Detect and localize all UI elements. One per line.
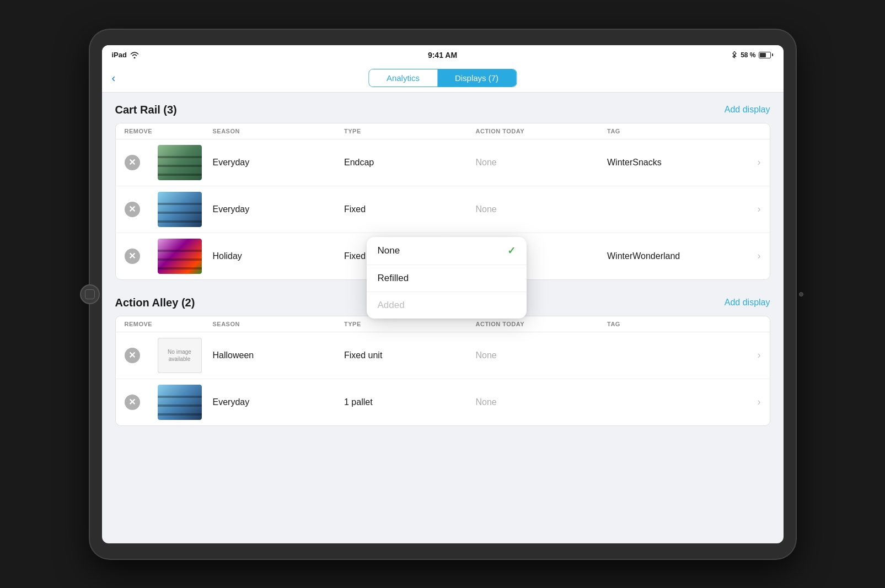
- cell-season-1: Everyday: [213, 158, 345, 168]
- col-chevron: [739, 128, 761, 134]
- remove-button-5[interactable]: ✕: [125, 395, 140, 410]
- cell-type-1: Endcap: [344, 158, 476, 168]
- chevron-icon-2: ›: [739, 203, 761, 215]
- dropdown-label-none: None: [378, 245, 400, 256]
- camera-sensor: [799, 292, 803, 296]
- col-action-2: ACTION TODAY: [476, 321, 608, 327]
- section-header-cart-rail: Cart Rail (3) Add display: [115, 104, 770, 116]
- remove-button-2[interactable]: ✕: [125, 202, 140, 217]
- cell-tag-3: WinterWonderland: [607, 251, 739, 261]
- row-image-1: [158, 145, 202, 180]
- bluetooth-icon: [732, 51, 737, 59]
- col-type: TYPE: [344, 128, 476, 134]
- dropdown-item-added: Added: [367, 292, 527, 319]
- chevron-icon-3: ›: [739, 250, 761, 262]
- dropdown-label-added: Added: [378, 300, 405, 311]
- col-remove: REMOVE: [125, 128, 158, 134]
- col-image: [158, 128, 213, 134]
- cell-type-2: Fixed: [344, 204, 476, 214]
- cell-season-2: Everyday: [213, 204, 345, 214]
- no-image-placeholder: No image available: [158, 338, 202, 373]
- table-header-cart-rail: REMOVE SEASON TYPE ACTION TODAY TAG: [116, 123, 770, 139]
- col-action: ACTION TODAY: [476, 128, 608, 134]
- row-image-2: [158, 192, 202, 227]
- cell-action-1[interactable]: None: [476, 158, 608, 168]
- tab-group: Analytics Displays (7): [368, 69, 517, 87]
- row-image-4: No image available: [158, 338, 202, 373]
- nav-bar: ‹ Analytics Displays (7): [102, 65, 784, 93]
- home-button[interactable]: [80, 284, 100, 304]
- col-season-2: SEASON: [213, 321, 345, 327]
- col-season: SEASON: [213, 128, 345, 134]
- section-title-action-alley: Action Alley (2): [115, 296, 195, 309]
- dropdown-label-refilled: Refilled: [378, 273, 409, 284]
- chevron-icon-1: ›: [739, 157, 761, 168]
- device-model: iPad: [112, 51, 127, 59]
- row-image-3: [158, 239, 202, 274]
- table-row[interactable]: ✕ No image available Halloween Fixed uni…: [116, 332, 770, 379]
- status-left: iPad: [112, 51, 178, 59]
- battery-percent: 58 %: [741, 51, 755, 59]
- content-area: Cart Rail (3) Add display REMOVE SEASON …: [102, 93, 784, 543]
- ipad-frame: iPad 9:41 AM 58 %: [90, 30, 796, 559]
- checkmark-icon: ✓: [507, 245, 516, 257]
- chevron-icon-4: ›: [739, 349, 761, 361]
- remove-button-4[interactable]: ✕: [125, 348, 140, 363]
- back-button[interactable]: ‹: [112, 69, 120, 87]
- status-bar: iPad 9:41 AM 58 %: [102, 45, 784, 65]
- chevron-icon-5: ›: [739, 396, 761, 408]
- dropdown-item-refilled[interactable]: Refilled: [367, 265, 527, 292]
- section-title-cart-rail: Cart Rail (3): [115, 104, 177, 116]
- screen: iPad 9:41 AM 58 %: [102, 45, 784, 543]
- col-type-2: TYPE: [344, 321, 476, 327]
- cell-type-4: Fixed unit: [344, 350, 476, 360]
- col-image-2: [158, 321, 213, 327]
- cell-action-2[interactable]: None: [476, 204, 608, 214]
- table-action-alley: REMOVE SEASON TYPE ACTION TODAY TAG ✕ No…: [115, 316, 770, 426]
- status-right: 58 %: [707, 51, 773, 59]
- wifi-icon: [130, 52, 139, 58]
- remove-button-3[interactable]: ✕: [125, 249, 140, 264]
- col-remove-2: REMOVE: [125, 321, 158, 327]
- add-display-action-alley[interactable]: Add display: [725, 298, 770, 308]
- table-row[interactable]: ✕ Everyday Endcap None WinterSnacks: [116, 139, 770, 186]
- status-time: 9:41 AM: [428, 51, 457, 60]
- cell-action-5[interactable]: None: [476, 397, 608, 407]
- cell-season-3: Holiday: [213, 251, 345, 261]
- remove-button-1[interactable]: ✕: [125, 155, 140, 170]
- table-row[interactable]: ✕ Everyday 1 pallet None ›: [116, 379, 770, 425]
- row-image-5: [158, 385, 202, 420]
- cell-season-5: Everyday: [213, 397, 345, 407]
- add-display-cart-rail[interactable]: Add display: [725, 105, 770, 115]
- dropdown-item-none[interactable]: None ✓: [367, 237, 527, 265]
- col-tag-2: TAG: [607, 321, 739, 327]
- battery-icon: [759, 52, 773, 58]
- col-tag: TAG: [607, 128, 739, 134]
- cell-season-4: Halloween: [213, 350, 345, 360]
- table-row[interactable]: ✕ Everyday Fixed None ›: [116, 186, 770, 233]
- cell-type-5: 1 pallet: [344, 397, 476, 407]
- table-header-action-alley: REMOVE SEASON TYPE ACTION TODAY TAG: [116, 316, 770, 332]
- tab-analytics[interactable]: Analytics: [369, 69, 437, 87]
- col-chevron-2: [739, 321, 761, 327]
- action-today-dropdown: None ✓ Refilled Added: [367, 237, 527, 319]
- cell-action-4[interactable]: None: [476, 350, 608, 360]
- cell-tag-1: WinterSnacks: [607, 158, 739, 168]
- tab-displays[interactable]: Displays (7): [437, 69, 516, 87]
